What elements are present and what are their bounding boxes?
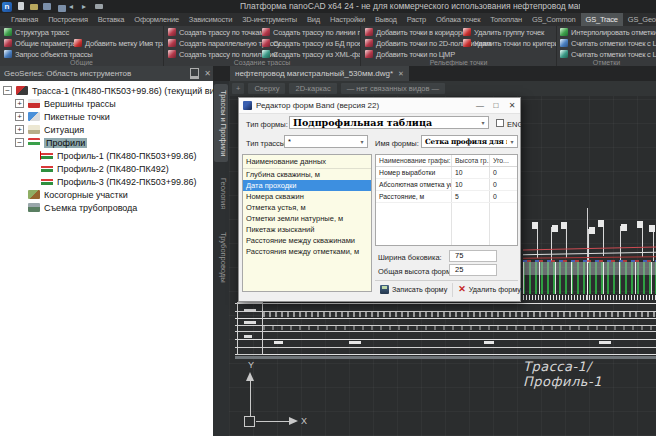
ribbon-tab[interactable]: Топоплан <box>485 13 527 26</box>
redo-icon[interactable]: ▸ <box>82 2 91 11</box>
ribbon-tab[interactable]: Вставка <box>93 13 129 26</box>
ribbon-tab[interactable]: Растр <box>402 13 431 26</box>
ribbon-tab[interactable]: GS_Common <box>527 13 581 26</box>
minimize-icon[interactable]: — <box>472 98 488 113</box>
tree-item-profile-2[interactable]: Профиль-2 (ПК480-ПК492) <box>0 162 213 175</box>
ribbon-button-route-from-xml[interactable]: Создать трассу из XML-файла <box>262 49 361 59</box>
application-window: n ◂ ▸ Платформа nanoCAD x64 24 - не для … <box>0 0 656 436</box>
tree-item-vertices[interactable]: + Вершины трассы <box>0 97 213 110</box>
ribbon-button-interpolate-marks[interactable]: Интерполировать отметки точек <box>560 27 656 37</box>
ribbon-button-delete-point-group[interactable]: Удалить группу точек <box>463 27 544 37</box>
list-item[interactable]: Глубина скважины, м <box>243 169 371 180</box>
ribbon-button-delete-points-criteria[interactable]: Удалить точки по критериям <box>463 38 557 48</box>
new-file-icon[interactable] <box>17 2 26 11</box>
form-height-input[interactable]: 25 <box>449 264 497 276</box>
collapse-icon[interactable]: − <box>3 86 12 95</box>
ribbon-tab[interactable]: Главная <box>6 13 43 26</box>
save-form-button[interactable]: Записать форму <box>375 283 452 297</box>
table-header: Высота гр... <box>452 155 490 166</box>
ribbon-tab[interactable]: 3D-инструменты <box>237 13 302 26</box>
tree-item-pipeline-survey[interactable]: Съемка трубопровода <box>0 201 213 214</box>
form-name-label: Имя формы: <box>375 139 419 148</box>
ribbon-tab[interactable]: Построения <box>43 13 93 26</box>
open-file-icon[interactable] <box>30 2 39 11</box>
profile-caption: Трасса-1/Профиль-1 <box>523 359 656 389</box>
table-row[interactable]: Абсолютная отметка устья в... 10 0 <box>376 179 517 191</box>
tree-item-picket-points[interactable]: + Пикетные точки <box>0 110 213 123</box>
tree-item-profiles[interactable]: − Профили <box>0 136 213 149</box>
ribbon-button-common-params[interactable]: Общие параметры <box>4 38 77 48</box>
view-direction-button[interactable]: Сверху <box>248 83 285 94</box>
ribbon-button-route-structure[interactable]: Структура трасс <box>4 27 69 37</box>
graph-table[interactable]: Наименование графы: Высота гр... Уго... … <box>375 154 518 246</box>
ucs-y-arrow-icon <box>246 372 254 381</box>
document-tab[interactable]: нефтепровод магистральный_530мм.dwg* ✕ <box>230 66 409 81</box>
undo-icon[interactable]: ◂ <box>69 2 78 11</box>
ribbon-button-add-route-name-label[interactable]: Добавить метку Имя трассы <box>74 38 164 48</box>
expand-icon[interactable]: + <box>15 125 24 134</box>
dialog-button-bar: Записать форму ✕ Удалить форму <box>375 280 518 298</box>
tree-item-profile-3[interactable]: Профиль-3 (ПК492-ПК503+99.86) <box>0 175 213 188</box>
pin-icon[interactable] <box>190 68 199 79</box>
linked-views-button[interactable]: — нет связанных видов — <box>341 83 445 94</box>
ribbon-tab[interactable]: Зависимости <box>184 13 237 26</box>
add-view-button[interactable]: + <box>232 83 244 94</box>
list-item[interactable]: Отметка устья, м <box>243 202 371 213</box>
ribbon-tab[interactable]: Настройки <box>325 13 370 26</box>
profiles-icon <box>28 138 40 147</box>
ribbon-button-route-query[interactable]: Запрос объекта трассы <box>4 49 92 59</box>
ribbon-button-route-by-profile-line[interactable]: Создать трассу по линии профиля <box>262 27 361 37</box>
ribbon-button-read-marks-dem-auto[interactable]: Считать отметки точек с ЦМР авто <box>560 49 656 59</box>
list-item[interactable]: Отметки земли натурные, м <box>243 213 371 224</box>
tree-item-slope-sections[interactable]: Косогорные участки <box>0 188 213 201</box>
list-item[interactable]: Расстояния между отметками, м <box>243 246 371 257</box>
side-tab-routes-profiles[interactable]: Трассы и Профили <box>214 84 228 162</box>
list-item[interactable]: Пикетаж изысканий <box>243 224 371 235</box>
save-all-icon[interactable] <box>56 2 65 11</box>
ribbon-tab[interactable]: Облака точек <box>431 13 485 26</box>
delete-form-button[interactable]: ✕ Удалить форму <box>452 283 526 297</box>
ribbon-tab-gs-trace[interactable]: GS_Trace <box>581 13 623 26</box>
table-row[interactable]: Номер выработки 10 0 <box>376 167 517 179</box>
tree-item-route[interactable]: − Трасса-1 (ПК480-ПК503+99.86) (текущий … <box>0 84 213 97</box>
route-type-select[interactable]: * ▾ <box>284 135 368 148</box>
save-icon[interactable] <box>43 2 52 11</box>
form-type-select[interactable]: Подпрофильная таблица ▾ <box>289 116 489 129</box>
tree-item-profile-1[interactable]: Профиль-1 (ПК480-ПК503+99.86) <box>0 149 213 162</box>
list-item-selected[interactable]: Дата проходки <box>243 180 371 191</box>
ribbon-button-add-points-dem[interactable]: Добавить точки по ЦМР <box>365 49 455 59</box>
close-icon[interactable]: ✕ <box>504 98 520 113</box>
print-icon[interactable] <box>95 2 104 11</box>
ribbon-tab[interactable]: Вид <box>302 13 325 26</box>
collapse-icon[interactable]: − <box>15 138 24 147</box>
side-tab-pipelines[interactable]: Трубопроводы <box>214 226 228 289</box>
dialog-title-bar[interactable]: Редактор форм Band (версия 22) — □ ✕ <box>239 98 520 114</box>
route-by-points-icon <box>168 28 176 36</box>
ribbon-group-label: Создание трассы <box>164 59 360 66</box>
ribbon-tab[interactable]: Оформление <box>129 13 184 26</box>
ucs-x-label: X <box>301 416 307 426</box>
ribbon-button-route-by-polyline[interactable]: Создать трассу по полилинии <box>168 49 277 59</box>
side-tab-geology[interactable]: Геология <box>214 172 228 215</box>
eng-checkbox[interactable] <box>496 119 504 127</box>
ribbon-button-add-points-corridor[interactable]: Добавить точки в коридоре <box>365 27 466 37</box>
profile-line-white <box>523 252 656 255</box>
table-row[interactable]: Расстояние, м 5 0 <box>376 191 517 203</box>
maximize-icon[interactable]: □ <box>488 98 504 113</box>
list-item[interactable]: Номера скважин <box>243 191 371 202</box>
data-name-list[interactable]: Наименование данных Глубина скважины, м … <box>242 154 372 292</box>
tree-item-situation[interactable]: + Ситуация <box>0 123 213 136</box>
ribbon-button-route-by-points[interactable]: Создать трассу по точкам <box>168 27 264 37</box>
ribbon-tab[interactable]: GS_Geology <box>623 13 656 26</box>
sidebar-width-input[interactable]: 75 <box>449 250 497 262</box>
expand-icon[interactable]: + <box>15 112 24 121</box>
close-document-icon[interactable]: ✕ <box>398 66 404 81</box>
list-item[interactable]: Расстояние между скважинами <box>243 235 371 246</box>
ribbon-tab[interactable]: Вывод <box>370 13 402 26</box>
visual-style-button[interactable]: 2D-каркас <box>289 83 336 94</box>
ribbon-button-read-marks-dem[interactable]: Считать отметки точек с ЦМР <box>560 38 656 48</box>
ribbon-button-route-from-db[interactable]: Создать трассу из БД проекта <box>262 38 361 48</box>
close-panel-icon[interactable]: ✕ <box>202 69 213 78</box>
expand-icon[interactable]: + <box>15 99 24 108</box>
form-name-select[interactable]: Сетка профиля для геологии 1 ▾ <box>421 135 518 148</box>
